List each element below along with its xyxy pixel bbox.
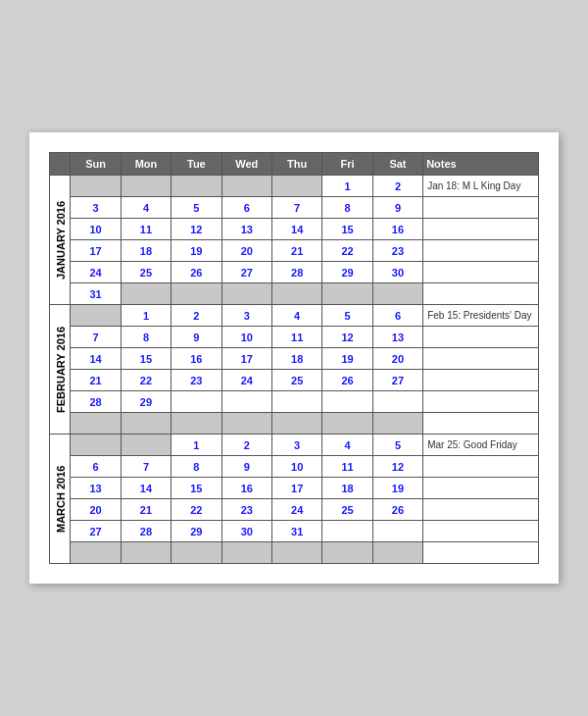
- day-cell: [372, 521, 422, 542]
- day-cell: 17: [271, 478, 321, 499]
- day-cell: [121, 176, 171, 197]
- day-cell: [71, 176, 121, 197]
- note-cell: [423, 542, 539, 564]
- day-cell: [121, 542, 171, 564]
- calendar-row: 13141516171819: [50, 478, 539, 499]
- day-cell: 19: [322, 348, 372, 370]
- note-cell: [423, 370, 539, 391]
- day-cell: 18: [121, 240, 171, 262]
- day-cell: 17: [221, 348, 271, 370]
- day-cell: 13: [372, 327, 422, 348]
- day-cell: [121, 413, 171, 435]
- sun-header: Sun: [71, 153, 121, 176]
- note-cell: [423, 478, 539, 499]
- calendar-row: 17181920212223: [50, 240, 539, 262]
- day-cell: 14: [71, 348, 121, 370]
- day-cell: 4: [322, 435, 372, 456]
- day-cell: [372, 391, 422, 413]
- day-cell: 12: [322, 327, 372, 348]
- note-cell: Mar 25: Good Friday: [423, 435, 539, 456]
- day-cell: 22: [322, 240, 372, 262]
- day-cell: 6: [372, 305, 422, 327]
- note-cell: Jan 18: M L King Day: [423, 176, 539, 197]
- day-cell: [372, 413, 422, 435]
- day-cell: [271, 391, 321, 413]
- day-cell: [172, 391, 221, 413]
- day-cell: [221, 176, 271, 197]
- day-cell: [121, 435, 171, 456]
- day-cell: 19: [172, 240, 221, 262]
- day-cell: 28: [71, 391, 121, 413]
- month-label-1: FEBRUARY 2016: [50, 305, 71, 435]
- day-cell: 5: [372, 435, 422, 456]
- day-cell: 15: [322, 219, 372, 240]
- day-cell: 13: [221, 219, 271, 240]
- tue-header: Tue: [172, 153, 221, 176]
- day-cell: 30: [221, 521, 271, 542]
- day-cell: 26: [372, 499, 422, 521]
- day-cell: 6: [221, 197, 271, 219]
- day-cell: 1: [172, 435, 221, 456]
- day-cell: 3: [71, 197, 121, 219]
- calendar-row: [50, 413, 539, 435]
- calendar-row: 3456789: [50, 197, 539, 219]
- calendar-row: 20212223242526: [50, 499, 539, 521]
- day-cell: 10: [71, 219, 121, 240]
- day-cell: 24: [221, 370, 271, 391]
- day-cell: 11: [322, 456, 372, 478]
- day-cell: 15: [121, 348, 171, 370]
- note-cell: [423, 283, 539, 305]
- note-cell: [423, 348, 539, 370]
- day-cell: 23: [372, 240, 422, 262]
- note-cell: [423, 219, 539, 240]
- month-col-header: [50, 153, 71, 176]
- day-cell: [221, 283, 271, 305]
- calendar-row: [50, 542, 539, 564]
- day-cell: 7: [121, 456, 171, 478]
- calendar-row: MARCH 201612345Mar 25: Good Friday: [50, 435, 539, 456]
- calendar-row: 10111213141516: [50, 219, 539, 240]
- day-cell: 24: [271, 499, 321, 521]
- day-cell: 8: [172, 456, 221, 478]
- day-cell: 23: [172, 370, 221, 391]
- month-label-2: MARCH 2016: [50, 435, 71, 564]
- note-cell: [423, 521, 539, 542]
- day-cell: 9: [372, 197, 422, 219]
- day-cell: 9: [221, 456, 271, 478]
- day-cell: 31: [271, 521, 321, 542]
- day-cell: 2: [172, 305, 221, 327]
- day-cell: 26: [172, 262, 221, 283]
- day-cell: 6: [71, 456, 121, 478]
- day-cell: 11: [121, 219, 171, 240]
- day-cell: 18: [322, 478, 372, 499]
- note-cell: [423, 240, 539, 262]
- day-cell: 5: [172, 197, 221, 219]
- day-cell: 7: [71, 327, 121, 348]
- header-row: Sun Mon Tue Wed Thu Fri Sat Notes: [50, 153, 539, 176]
- calendar-row: 2829: [50, 391, 539, 413]
- day-cell: 8: [121, 327, 171, 348]
- calendar-row: FEBRUARY 2016123456Feb 15: Presidents' D…: [50, 305, 539, 327]
- day-cell: 30: [372, 262, 422, 283]
- note-cell: [423, 262, 539, 283]
- day-cell: [271, 176, 321, 197]
- day-cell: 21: [71, 370, 121, 391]
- day-cell: [322, 521, 372, 542]
- day-cell: 20: [372, 348, 422, 370]
- day-cell: [322, 283, 372, 305]
- day-cell: 22: [172, 499, 221, 521]
- day-cell: [372, 542, 422, 564]
- day-cell: 5: [322, 305, 372, 327]
- day-cell: [221, 413, 271, 435]
- day-cell: [322, 413, 372, 435]
- day-cell: 27: [372, 370, 422, 391]
- day-cell: 28: [121, 521, 171, 542]
- day-cell: [172, 283, 221, 305]
- day-cell: 13: [71, 478, 121, 499]
- note-cell: [423, 413, 539, 435]
- day-cell: 27: [221, 262, 271, 283]
- day-cell: 17: [71, 240, 121, 262]
- note-cell: [423, 391, 539, 413]
- calendar-row: 21222324252627: [50, 370, 539, 391]
- day-cell: [322, 542, 372, 564]
